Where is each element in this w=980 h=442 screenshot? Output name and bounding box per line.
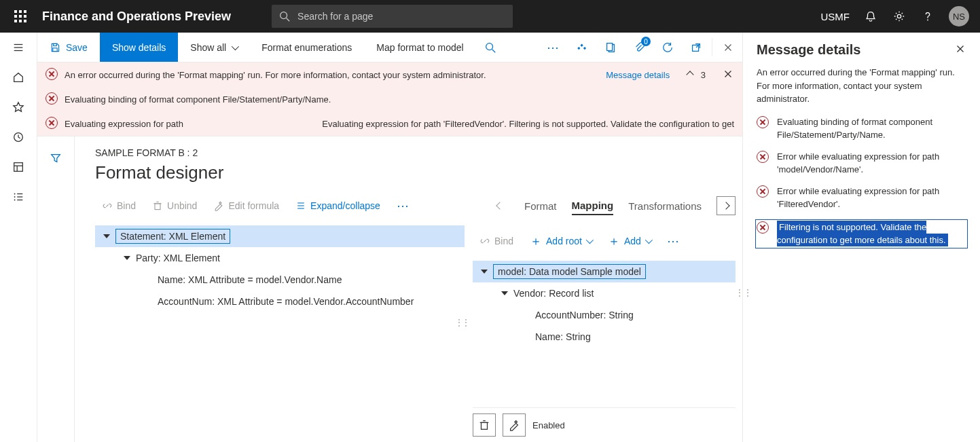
mapping-toolbar: Bind ＋Add root ＋Add ⋯ — [473, 228, 736, 254]
close-form-icon[interactable] — [714, 33, 742, 62]
svg-point-13 — [14, 196, 16, 198]
svg-point-19 — [486, 43, 492, 50]
detail-item: Evaluating binding of format component F… — [757, 115, 966, 142]
map-format-to-model-button[interactable]: Map format to model — [364, 33, 475, 62]
attachments-icon[interactable]: 0 — [625, 33, 653, 62]
attachments-count: 0 — [641, 37, 651, 46]
tab-transformations[interactable]: Transformations — [628, 198, 702, 215]
save-button[interactable]: Save — [37, 33, 100, 62]
enabled-label: Enabled — [532, 420, 565, 430]
show-details-button[interactable]: Show details — [100, 33, 178, 62]
message-row-1: An error occurred during the 'Format map… — [37, 62, 742, 87]
tree-node-accountnum-attr[interactable]: AccountNum: XML Attribute = model.Vendor… — [95, 291, 465, 312]
model-tree: model: Data model Sample model Vendor: R… — [473, 254, 736, 354]
svg-rect-27 — [155, 204, 160, 210]
command-bar: Save Show details Show all Format enumer… — [37, 33, 742, 62]
tab-nav-next-icon[interactable] — [716, 196, 736, 215]
svg-point-2 — [897, 14, 901, 18]
refresh-icon[interactable] — [653, 33, 682, 62]
svg-point-15 — [14, 200, 16, 201]
search-in-form-icon[interactable] — [476, 33, 505, 62]
edit-icon[interactable] — [503, 413, 526, 437]
close-details-icon[interactable] — [954, 43, 966, 57]
notifications-icon[interactable] — [856, 0, 885, 33]
details-title: Message details — [757, 42, 954, 58]
svg-rect-8 — [14, 163, 23, 172]
delete-icon[interactable] — [473, 413, 496, 437]
recent-clock-icon[interactable] — [0, 122, 37, 152]
property-bar: Enabled — [473, 407, 736, 442]
help-icon[interactable] — [913, 0, 942, 33]
app-launcher-icon[interactable] — [4, 0, 37, 33]
add-root-button[interactable]: ＋Add root — [523, 230, 598, 252]
details-intro: An error occurred during the 'Format map… — [757, 66, 966, 106]
tree-node-name-attr[interactable]: Name: XML Attribute = model.Vendor.Name — [95, 269, 465, 291]
detail-item-selected[interactable]: Filtering is not supported. Validate the… — [755, 219, 968, 248]
hamburger-icon[interactable] — [0, 33, 37, 62]
panel-resize-handle[interactable]: ⋮⋮ — [736, 193, 742, 442]
page-title: Format designer — [95, 162, 722, 183]
search-placeholder: Search for a page — [297, 11, 373, 22]
tree-node-statement[interactable]: Statement: XML Element — [95, 225, 465, 247]
filter-column — [37, 136, 75, 442]
svg-rect-33 — [482, 422, 488, 429]
message-details-link[interactable]: Message details — [606, 70, 670, 80]
tab-nav-prev-icon[interactable] — [490, 196, 509, 215]
tree-node-party[interactable]: Party: XML Element — [95, 247, 465, 269]
search-input[interactable]: Search for a page — [272, 5, 513, 28]
personalize-icon[interactable] — [568, 33, 596, 62]
home-icon[interactable] — [0, 62, 37, 92]
tree-node-name[interactable]: Name: String — [473, 326, 736, 348]
tree-node-vendor[interactable]: Vendor: Record list — [473, 282, 736, 304]
message-details-panel: Message details An error occurred during… — [742, 33, 980, 442]
pane-resize-handle[interactable]: ⋮⋮ — [455, 318, 469, 327]
edit-formula-button[interactable]: Edit formula — [206, 195, 286, 217]
format-tree: Statement: XML Element Party: XML Elemen… — [95, 219, 465, 319]
more-actions-icon[interactable]: ⋯ — [660, 230, 687, 252]
more-actions-icon[interactable]: ⋯ — [390, 195, 417, 217]
save-icon — [50, 42, 60, 53]
error-icon — [46, 117, 58, 131]
error-icon — [757, 116, 769, 132]
save-label: Save — [66, 42, 88, 53]
search-icon — [278, 10, 291, 22]
company-code[interactable]: USMF — [814, 11, 857, 22]
page-options-icon[interactable] — [596, 33, 625, 62]
message-text-trail: Evaluating expression for path 'Filtered… — [322, 119, 734, 129]
svg-line-20 — [492, 49, 495, 52]
overflow-menu-icon[interactable]: ⋯ — [539, 33, 568, 62]
tab-format[interactable]: Format — [524, 198, 557, 215]
error-icon — [757, 221, 769, 238]
svg-point-11 — [14, 194, 16, 195]
tab-mapping[interactable]: Mapping — [572, 197, 614, 215]
favorites-star-icon[interactable] — [0, 92, 37, 122]
svg-rect-18 — [53, 48, 57, 51]
top-header: Finance and Operations Preview Search fo… — [0, 0, 980, 33]
bind-button[interactable]: Bind — [95, 195, 143, 217]
chevron-down-icon — [232, 42, 239, 50]
bind-button-right[interactable]: Bind — [473, 230, 520, 252]
show-all-button[interactable]: Show all — [178, 33, 249, 62]
dismiss-messages-icon[interactable] — [722, 68, 734, 82]
message-row-2: Evaluating binding of format component F… — [37, 87, 742, 111]
expand-collapse-button[interactable]: Expand/collapse — [289, 195, 387, 217]
filter-funnel-icon[interactable] — [37, 143, 74, 173]
app-title: Finance and Operations Preview — [42, 10, 231, 24]
expand-messages-button[interactable]: 3 — [687, 70, 706, 80]
tree-node-accountnumber[interactable]: AccountNumber: String — [473, 304, 736, 326]
add-button[interactable]: ＋Add — [601, 230, 657, 252]
user-avatar[interactable]: NS — [949, 6, 969, 26]
svg-line-1 — [287, 18, 290, 22]
mapping-tabs-bar: Format Mapping Transformations — [473, 193, 736, 219]
modules-list-icon[interactable] — [0, 182, 37, 212]
gear-icon[interactable] — [885, 0, 913, 33]
workspaces-icon[interactable] — [0, 152, 37, 182]
unbind-button[interactable]: Unbind — [145, 195, 204, 217]
svg-point-3 — [927, 20, 928, 21]
message-text: Evaluating binding of format component F… — [65, 94, 331, 105]
message-row-3: Evaluating expression for path Evaluatin… — [37, 111, 742, 136]
format-enumerations-button[interactable]: Format enumerations — [249, 33, 364, 62]
popout-icon[interactable] — [682, 33, 710, 62]
svg-point-0 — [280, 12, 287, 19]
tree-node-model[interactable]: model: Data model Sample model — [473, 261, 736, 282]
